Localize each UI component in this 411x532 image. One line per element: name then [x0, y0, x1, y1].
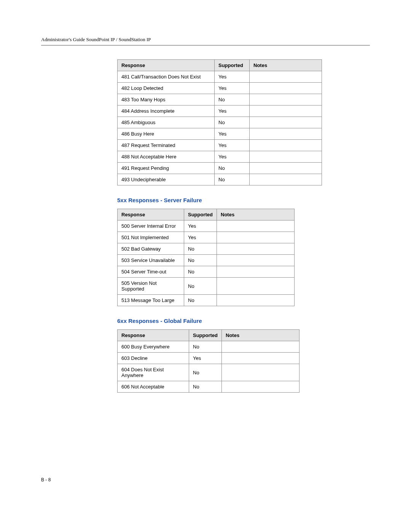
cell-notes: [217, 232, 295, 243]
cell-supported: Yes: [215, 140, 250, 151]
cell-notes: [250, 151, 322, 163]
cell-notes: [217, 243, 295, 255]
cell-response: 487 Request Terminated: [118, 140, 215, 151]
table-4xx-continued: Response Supported Notes 481 Call/Transa…: [117, 59, 322, 185]
cell-supported: No: [184, 295, 217, 306]
col-supported: Supported: [189, 330, 222, 341]
cell-notes: [217, 220, 295, 232]
cell-response: 501 Not Implemented: [118, 232, 184, 243]
table-row: 606 Not AcceptableNo: [118, 381, 299, 393]
col-response: Response: [118, 60, 215, 71]
table-row: 600 Busy EverywhereNo: [118, 341, 299, 353]
table-row: 484 Address IncompleteYes: [118, 105, 322, 117]
cell-supported: Yes: [215, 71, 250, 83]
cell-response: 502 Bad Gateway: [118, 243, 184, 255]
cell-supported: No: [215, 117, 250, 128]
table-row: 603 DeclineYes: [118, 353, 299, 364]
cell-notes: [250, 71, 322, 83]
cell-supported: No: [215, 174, 250, 185]
cell-supported: No: [184, 278, 217, 295]
cell-response: 493 Undecipherable: [118, 174, 215, 185]
cell-notes: [222, 364, 299, 381]
cell-supported: Yes: [184, 220, 217, 232]
table-row: 493 UndecipherableNo: [118, 174, 322, 185]
cell-response: 604 Does Not Exist Anywhere: [118, 364, 189, 381]
header-rule: [41, 45, 370, 46]
cell-notes: [250, 117, 322, 128]
section-6xx-title: 6xx Responses - Global Failure: [117, 318, 370, 324]
cell-notes: [250, 128, 322, 140]
cell-response: 488 Not Acceptable Here: [118, 151, 215, 163]
table-row: 481 Call/Transaction Does Not ExistYes: [118, 71, 322, 83]
table-row: 487 Request TerminatedYes: [118, 140, 322, 151]
cell-supported: Yes: [189, 353, 222, 364]
table-header-row: Response Supported Notes: [118, 60, 322, 71]
table-row: 503 Service UnavailableNo: [118, 255, 295, 266]
table-row: 486 Busy HereYes: [118, 128, 322, 140]
page-header: Administrator's Guide SoundPoint IP / So…: [41, 37, 370, 43]
table-row: 513 Message Too LargeNo: [118, 295, 295, 306]
cell-supported: No: [184, 255, 217, 266]
col-supported: Supported: [215, 60, 250, 71]
col-notes: Notes: [217, 209, 295, 220]
cell-supported: Yes: [215, 105, 250, 117]
cell-response: 606 Not Acceptable: [118, 381, 189, 393]
cell-response: 481 Call/Transaction Does Not Exist: [118, 71, 215, 83]
cell-response: 505 Version Not Supported: [118, 278, 184, 295]
cell-response: 491 Request Pending: [118, 163, 215, 174]
col-response: Response: [118, 330, 189, 341]
cell-response: 600 Busy Everywhere: [118, 341, 189, 353]
cell-supported: No: [184, 243, 217, 255]
cell-response: 483 Too Many Hops: [118, 94, 215, 105]
cell-response: 513 Message Too Large: [118, 295, 184, 306]
cell-notes: [222, 381, 299, 393]
cell-notes: [250, 94, 322, 105]
col-notes: Notes: [222, 330, 299, 341]
cell-supported: No: [215, 94, 250, 105]
cell-notes: [222, 341, 299, 353]
cell-supported: No: [189, 364, 222, 381]
cell-response: 485 Ambiguous: [118, 117, 215, 128]
cell-notes: [250, 174, 322, 185]
col-response: Response: [118, 209, 184, 220]
cell-notes: [250, 83, 322, 94]
cell-supported: Yes: [215, 128, 250, 140]
cell-supported: Yes: [215, 151, 250, 163]
table-header-row: Response Supported Notes: [118, 330, 299, 341]
cell-supported: No: [189, 341, 222, 353]
cell-response: 503 Service Unavailable: [118, 255, 184, 266]
cell-notes: [250, 105, 322, 117]
cell-response: 486 Busy Here: [118, 128, 215, 140]
cell-response: 504 Server Time-out: [118, 266, 184, 278]
table-row: 504 Server Time-outNo: [118, 266, 295, 278]
cell-supported: No: [189, 381, 222, 393]
cell-notes: [217, 266, 295, 278]
col-supported: Supported: [184, 209, 217, 220]
cell-response: 482 Loop Detected: [118, 83, 215, 94]
table-6xx: Response Supported Notes 600 Busy Everyw…: [117, 329, 299, 393]
col-notes: Notes: [250, 60, 322, 71]
cell-notes: [222, 353, 299, 364]
cell-supported: No: [184, 266, 217, 278]
table-header-row: Response Supported Notes: [118, 209, 295, 220]
cell-supported: Yes: [215, 83, 250, 94]
cell-notes: [250, 140, 322, 151]
cell-notes: [217, 255, 295, 266]
section-5xx-title: 5xx Responses - Server Failure: [117, 197, 370, 203]
table-row: 502 Bad GatewayNo: [118, 243, 295, 255]
table-row: 501 Not ImplementedYes: [118, 232, 295, 243]
table-row: 488 Not Acceptable HereYes: [118, 151, 322, 163]
table-row: 604 Does Not Exist AnywhereNo: [118, 364, 299, 381]
content-area: Response Supported Notes 481 Call/Transa…: [117, 59, 370, 393]
cell-response: 500 Server Internal Error: [118, 220, 184, 232]
table-row: 505 Version Not SupportedNo: [118, 278, 295, 295]
page-footer: B - 8: [41, 477, 51, 482]
cell-supported: Yes: [184, 232, 217, 243]
table-row: 482 Loop DetectedYes: [118, 83, 322, 94]
table-row: 491 Request PendingNo: [118, 163, 322, 174]
table-row: 483 Too Many HopsNo: [118, 94, 322, 105]
table-row: 485 AmbiguousNo: [118, 117, 322, 128]
table-5xx: Response Supported Notes 500 Server Inte…: [117, 209, 295, 306]
cell-notes: [217, 278, 295, 295]
cell-notes: [250, 163, 322, 174]
